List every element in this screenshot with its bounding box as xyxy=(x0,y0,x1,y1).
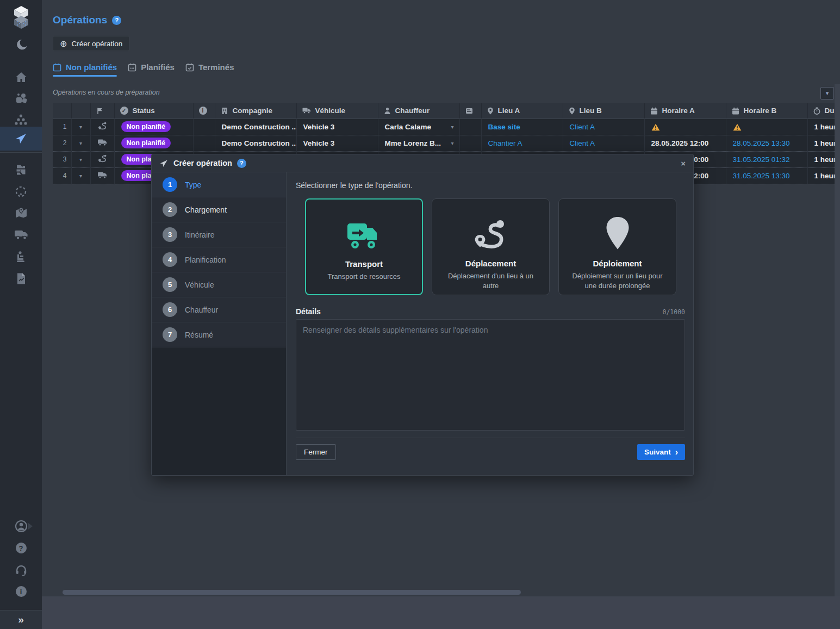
building-icon xyxy=(221,107,228,115)
step-type[interactable]: 1 Type xyxy=(152,172,286,197)
table-header-row: ✓Status i Compagnie Véhicule Chauffeur L… xyxy=(53,103,835,119)
sidebar-item-operations[interactable] xyxy=(0,127,42,151)
vehicule-cell[interactable]: Vehicle 3 xyxy=(296,135,378,151)
caret-down-icon: ▾ xyxy=(826,90,829,97)
col-status[interactable]: ✓Status xyxy=(114,103,193,119)
col-lieu-a[interactable]: Lieu A xyxy=(481,103,563,119)
horaire-b-cell xyxy=(726,119,807,135)
sidebar-item-zones[interactable] xyxy=(0,180,42,202)
sidebar-item-drivers[interactable] xyxy=(0,246,42,267)
sidebar-expand-button[interactable]: » xyxy=(0,611,42,629)
fermer-button[interactable]: Fermer xyxy=(296,444,336,460)
modal-body: 1 Type 2 Chargement 3 Itinéraire 4 Plani… xyxy=(152,172,693,475)
card-deplacement[interactable]: Déplacement Déplacement d'un lieu à un a… xyxy=(432,198,550,295)
calendar-dots-icon xyxy=(128,63,136,72)
info-icon: i xyxy=(199,107,207,115)
tab-label: Planifiés xyxy=(141,63,175,72)
chauffeur-cell[interactable]: Carla Calame▾ xyxy=(378,119,459,135)
tab-termines[interactable]: Terminés xyxy=(185,63,234,77)
sidebar: ? i » xyxy=(0,0,42,629)
col-note[interactable] xyxy=(459,103,481,119)
caret-down-icon: ▾ xyxy=(451,140,453,146)
modal-footer: Fermer Suivant › xyxy=(296,438,685,460)
info-cell xyxy=(193,135,215,151)
col-chauffeur[interactable]: Chauffeur xyxy=(378,103,459,119)
sidebar-item-reports[interactable] xyxy=(0,267,42,289)
details-textarea[interactable] xyxy=(296,319,685,431)
sidebar-item-profile[interactable] xyxy=(0,515,42,537)
page-help-icon[interactable]: ? xyxy=(112,16,121,25)
col-duree[interactable]: Durée xyxy=(807,103,835,119)
table-row[interactable]: 2 ▾ Non planifié Demo Construction ... V… xyxy=(53,135,835,151)
col-horaire-a[interactable]: Horaire A xyxy=(644,103,726,119)
info-icon: i xyxy=(16,586,27,597)
lieu-a-cell[interactable]: Chantier A xyxy=(481,135,563,151)
modal-help-icon[interactable]: ? xyxy=(237,159,246,168)
row-number: 3 xyxy=(53,151,71,167)
col-lieu-b[interactable]: Lieu B xyxy=(563,103,644,119)
card-transport[interactable]: Transport Transport de resources xyxy=(305,198,423,295)
close-icon[interactable]: × xyxy=(681,159,686,168)
sidebar-item-modules[interactable] xyxy=(0,159,42,180)
dashed-circle-icon xyxy=(15,185,27,198)
sidebar-item-about[interactable]: i xyxy=(0,581,42,602)
create-operation-button[interactable]: ⊕ Créer opération xyxy=(53,36,129,51)
tab-planifies[interactable]: Planifiés xyxy=(128,63,175,77)
row-expand-caret[interactable]: ▾ xyxy=(71,151,90,167)
row-number: 1 xyxy=(53,119,71,135)
duree-cell: 1 heure xyxy=(807,151,835,167)
lieu-b-cell[interactable]: Client A xyxy=(563,119,644,135)
type-truck-icon xyxy=(90,135,114,151)
sidebar-item-home[interactable] xyxy=(0,66,42,88)
col-horaire-b[interactable]: Horaire B xyxy=(726,103,807,119)
dark-mode-toggle[interactable] xyxy=(0,34,42,55)
sidebar-item-support[interactable] xyxy=(0,559,42,581)
step-resume[interactable]: 7 Résumé xyxy=(152,322,286,347)
duree-cell: 1 heure xyxy=(807,135,835,151)
compagnie-cell: Demo Construction ... xyxy=(215,135,296,151)
col-vehicule[interactable]: Véhicule xyxy=(296,103,378,119)
duree-cell: 1 heure xyxy=(807,119,835,135)
step-chauffeur[interactable]: 6 Chauffeur xyxy=(152,297,286,322)
calendar-icon xyxy=(650,107,658,115)
vehicule-cell[interactable]: Vehicle 3 xyxy=(296,119,378,135)
card-deploiement[interactable]: Déploiement Déploiement sur un lieu pour… xyxy=(558,198,676,295)
warning-icon xyxy=(651,123,660,131)
row-expand-caret[interactable]: ▾ xyxy=(71,167,90,184)
page-title-text: Opérations xyxy=(53,14,107,26)
document-icon xyxy=(16,272,27,285)
row-expand-caret[interactable]: ▾ xyxy=(71,135,90,151)
lieu-a-cell[interactable]: Base site xyxy=(481,119,563,135)
table-row[interactable]: 1 ▾ Non planifié Demo Construction ... V… xyxy=(53,119,835,135)
tab-label: Terminés xyxy=(198,63,234,72)
char-counter: 0/1000 xyxy=(662,308,685,316)
step-planification[interactable]: 4 Planification xyxy=(152,247,286,272)
vertical-scroll-track[interactable] xyxy=(835,84,840,596)
sidebar-item-help[interactable]: ? xyxy=(0,537,42,559)
sidebar-item-vehicles[interactable] xyxy=(0,224,42,246)
operator-seat-icon xyxy=(15,251,27,263)
col-compagnie[interactable]: Compagnie xyxy=(215,103,296,119)
horizontal-scrollbar[interactable] xyxy=(63,590,521,595)
sidebar-item-resources[interactable] xyxy=(0,88,42,109)
status-badge: Non planifié xyxy=(121,121,171,132)
horaire-a-cell: 28.05.2025 12:00 xyxy=(644,135,726,151)
table-menu-dropdown[interactable]: ▾ xyxy=(820,87,834,99)
modal-content: Sélectionner le type de l'opération. Tra… xyxy=(287,172,694,475)
step-vehicule[interactable]: 5 Véhicule xyxy=(152,272,286,297)
suivant-button[interactable]: Suivant › xyxy=(637,444,685,460)
step-itineraire[interactable]: 3 Itinéraire xyxy=(152,222,286,247)
create-operation-label: Créer opération xyxy=(71,40,122,48)
col-info[interactable]: i xyxy=(193,103,215,119)
step-chargement[interactable]: 2 Chargement xyxy=(152,197,286,222)
navigation-arrow-icon xyxy=(159,159,169,168)
status-badge: Non planifié xyxy=(121,138,171,148)
sidebar-item-map[interactable] xyxy=(0,202,42,224)
modal-title: Créer opération xyxy=(173,159,232,167)
col-flag[interactable] xyxy=(90,103,114,119)
lieu-b-cell[interactable]: Client A xyxy=(563,135,644,151)
tab-non-planifies[interactable]: Non planifiés xyxy=(53,63,117,77)
chauffeur-cell[interactable]: Mme Lorenz B...▾ xyxy=(378,135,459,151)
row-expand-caret[interactable]: ▾ xyxy=(71,119,90,135)
app-logo[interactable] xyxy=(0,4,42,30)
